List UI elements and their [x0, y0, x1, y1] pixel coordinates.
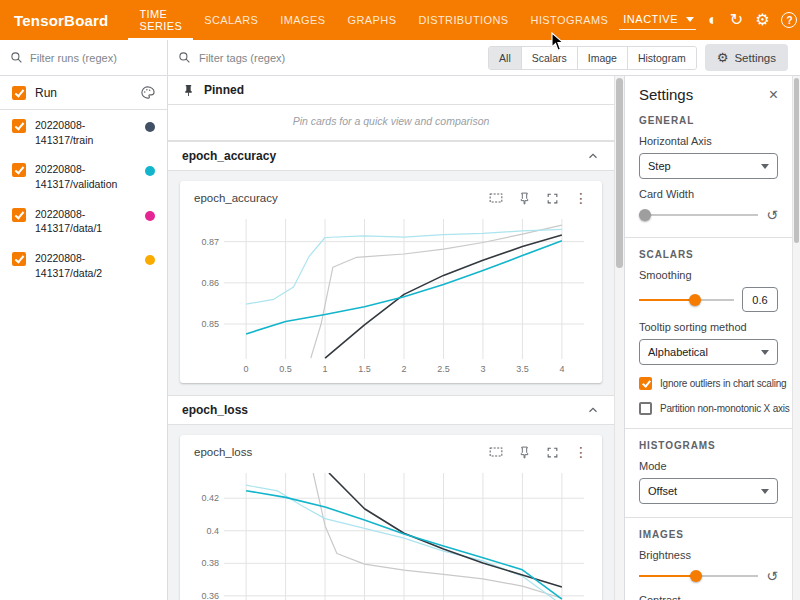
- section-epoch-accuracy[interactable]: epoch_accuracy: [168, 141, 614, 171]
- chevron-up-icon[interactable]: [586, 403, 600, 417]
- filter-histogram-button[interactable]: Histogram: [628, 47, 696, 69]
- run-color-dot[interactable]: [145, 211, 155, 221]
- chevron-up-icon[interactable]: [586, 149, 600, 163]
- smoothing-slider[interactable]: [639, 291, 734, 309]
- reset-icon[interactable]: ↺: [766, 569, 778, 583]
- fit-to-domain-icon[interactable]: [489, 192, 503, 204]
- tensorboard-app: TensorBoard TIME SERIES SCALARS IMAGES G…: [0, 0, 800, 600]
- chevron-down-icon: [686, 17, 694, 22]
- card-width-label: Card Width: [639, 188, 778, 200]
- run-color-dot[interactable]: [145, 122, 155, 132]
- pin-card-icon[interactable]: [518, 192, 531, 205]
- run-checkbox[interactable]: [12, 163, 26, 177]
- run-checkbox[interactable]: [12, 208, 26, 222]
- run-label: 20220808-141317/data/1: [35, 207, 136, 236]
- run-item[interactable]: 20220808-141317/data/2: [0, 243, 167, 287]
- ignore-outliers-checkbox[interactable]: [639, 377, 652, 390]
- toolbar-settings-button[interactable]: ⚙ Settings: [705, 44, 788, 71]
- settings-scrollbar[interactable]: [792, 76, 800, 600]
- run-item[interactable]: 20220808-141317/data/1: [0, 199, 167, 243]
- filter-tags-input[interactable]: [199, 52, 480, 64]
- horizontal-axis-value: Step: [648, 160, 671, 172]
- svg-text:1: 1: [323, 364, 328, 374]
- app-header: TensorBoard TIME SERIES SCALARS IMAGES G…: [0, 0, 800, 40]
- partition-x-axis-row[interactable]: Partition non-monotonic X axis i: [639, 401, 778, 415]
- histogram-mode-select[interactable]: Offset: [639, 478, 778, 504]
- card-zone: epoch_loss ⋮ 00.511.522.533.540.360.380.…: [168, 425, 614, 600]
- run-item[interactable]: 20220808-141317/train: [0, 110, 167, 154]
- close-icon[interactable]: ×: [769, 87, 778, 103]
- run-label: 20220808-141317/train: [35, 118, 136, 147]
- pin-card-icon[interactable]: [518, 446, 531, 459]
- card-width-slider[interactable]: [639, 206, 758, 224]
- fit-to-domain-icon[interactable]: [489, 446, 503, 458]
- svg-text:1.5: 1.5: [358, 364, 371, 374]
- main-scrollbar[interactable]: [614, 76, 624, 600]
- fullscreen-icon[interactable]: [546, 192, 559, 205]
- brightness-row: ↺: [639, 567, 778, 585]
- card-zone: epoch_accuracy ⋮ 00.511.522.533.540.850.…: [168, 171, 614, 395]
- more-options-icon[interactable]: ⋮: [574, 445, 588, 459]
- tab-images[interactable]: IMAGES: [269, 0, 336, 40]
- svg-text:2.5: 2.5: [437, 364, 450, 374]
- tab-histograms[interactable]: HISTOGRAMS: [520, 0, 620, 40]
- theme-toggle-icon[interactable]: ◐: [708, 12, 718, 28]
- palette-icon[interactable]: [140, 85, 155, 100]
- slider-thumb[interactable]: [689, 294, 701, 306]
- gear-icon[interactable]: ⚙: [755, 12, 769, 28]
- slider-thumb[interactable]: [639, 209, 651, 221]
- filter-image-button[interactable]: Image: [578, 47, 628, 69]
- smoothing-value-input[interactable]: 0.6: [742, 287, 778, 312]
- section-title: epoch_loss: [182, 403, 248, 417]
- brightness-slider[interactable]: [639, 567, 758, 585]
- help-icon[interactable]: ?: [781, 12, 797, 28]
- section-title: epoch_accuracy: [182, 149, 276, 163]
- epoch-accuracy-chart[interactable]: 00.511.522.533.540.850.860.87: [190, 211, 592, 381]
- ignore-outliers-row[interactable]: Ignore outliers in chart scaling: [639, 376, 778, 390]
- slider-thumb[interactable]: [690, 570, 702, 582]
- run-checkbox[interactable]: [12, 252, 26, 266]
- card-title: epoch_loss: [194, 446, 489, 458]
- refresh-icon[interactable]: ↻: [730, 12, 743, 28]
- epoch-loss-chart[interactable]: 00.511.522.533.540.360.380.40.42: [190, 465, 592, 600]
- svg-text:2: 2: [401, 364, 406, 374]
- runs-sidebar: Run 20220808-141317/train 20220808-14131…: [0, 76, 168, 600]
- divider: [625, 237, 792, 238]
- run-checkbox[interactable]: [12, 119, 26, 133]
- scrollbar-thumb[interactable]: [794, 78, 799, 243]
- run-label: 20220808-141317/data/2: [35, 251, 136, 280]
- brightness-label: Brightness: [639, 549, 778, 561]
- tab-time-series[interactable]: TIME SERIES: [128, 0, 193, 40]
- select-all-runs-checkbox[interactable]: [12, 86, 26, 100]
- runs-filter-box: [0, 40, 168, 75]
- divider: [625, 428, 792, 429]
- fullscreen-icon[interactable]: [546, 446, 559, 459]
- pin-hint-text: Pin cards for a quick view and compariso…: [168, 105, 614, 141]
- svg-text:3.5: 3.5: [516, 364, 529, 374]
- svg-text:0.38: 0.38: [201, 558, 219, 568]
- filter-scalars-button[interactable]: Scalars: [522, 47, 578, 69]
- run-color-dot[interactable]: [145, 255, 155, 265]
- reload-status-dropdown[interactable]: INACTIVE: [619, 10, 696, 30]
- svg-text:0.85: 0.85: [201, 319, 219, 329]
- tooltip-sorting-label: Tooltip sorting method: [639, 321, 778, 333]
- tab-graphs[interactable]: GRAPHS: [337, 0, 408, 40]
- filter-all-button[interactable]: All: [489, 47, 522, 69]
- partition-x-axis-checkbox[interactable]: [639, 402, 652, 415]
- tab-distributions[interactable]: DISTRIBUTIONS: [407, 0, 519, 40]
- filter-runs-input[interactable]: [30, 52, 157, 64]
- pinned-label: Pinned: [204, 83, 244, 97]
- smoothing-label: Smoothing: [639, 269, 778, 281]
- tab-scalars[interactable]: SCALARS: [193, 0, 269, 40]
- tag-filter-button-group: All Scalars Image Histogram: [488, 46, 697, 70]
- reset-icon[interactable]: ↺: [766, 208, 778, 222]
- ignore-outliers-label: Ignore outliers in chart scaling: [660, 378, 786, 389]
- run-item[interactable]: 20220808-141317/validation: [0, 154, 167, 198]
- scrollbar-thumb[interactable]: [616, 78, 623, 268]
- section-epoch-loss[interactable]: epoch_loss: [168, 395, 614, 425]
- svg-text:0.4: 0.4: [206, 526, 219, 536]
- horizontal-axis-select[interactable]: Step: [639, 153, 778, 179]
- run-color-dot[interactable]: [145, 166, 155, 176]
- tooltip-sorting-select[interactable]: Alphabetical: [639, 339, 778, 365]
- more-options-icon[interactable]: ⋮: [574, 191, 588, 205]
